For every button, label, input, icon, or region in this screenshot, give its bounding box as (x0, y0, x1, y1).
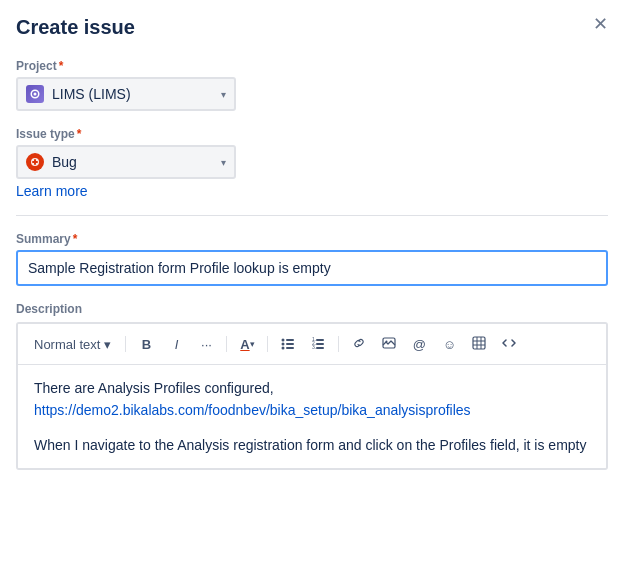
summary-input[interactable] (16, 250, 608, 286)
svg-point-7 (282, 342, 285, 345)
bug-icon (26, 153, 44, 171)
italic-icon: I (175, 337, 179, 352)
project-value: LIMS (LIMS) (52, 86, 131, 102)
description-label: Description (16, 302, 608, 316)
close-button[interactable]: ✕ (588, 12, 612, 36)
toolbar-separator-1 (125, 336, 126, 352)
issue-type-chevron-icon: ▾ (221, 157, 226, 168)
svg-point-1 (34, 93, 37, 96)
project-chevron-icon: ▾ (221, 89, 226, 100)
svg-rect-8 (286, 343, 294, 345)
image-icon (382, 336, 396, 353)
description-field: Description Normal text ▾ B I ··· (16, 302, 608, 470)
issue-type-field: Issue type * Bug ▾ Learn more (16, 127, 608, 199)
svg-point-5 (282, 338, 285, 341)
text-color-icon: A (240, 337, 249, 352)
project-icon (26, 85, 44, 103)
numbered-list-button[interactable]: 1. 2. 3. (304, 330, 332, 358)
text-format-label: Normal text (34, 337, 100, 352)
more-icon: ··· (201, 337, 212, 352)
mention-icon: @ (413, 337, 426, 352)
emoji-button[interactable]: ☺ (435, 330, 463, 358)
issue-type-label: Issue type * (16, 127, 608, 141)
issue-type-select[interactable]: Bug ▾ (16, 145, 236, 179)
bullet-list-button[interactable] (274, 330, 302, 358)
project-label: Project * (16, 59, 608, 73)
description-editor: Normal text ▾ B I ··· A ▾ (16, 322, 608, 470)
table-icon (472, 336, 486, 353)
close-icon: ✕ (593, 13, 608, 35)
numbered-list-icon: 1. 2. 3. (311, 336, 325, 353)
toolbar-separator-3 (267, 336, 268, 352)
svg-rect-4 (32, 161, 38, 163)
page-title: Create issue (16, 16, 608, 39)
mention-button[interactable]: @ (405, 330, 433, 358)
toolbar-separator-2 (226, 336, 227, 352)
text-format-chevron-icon: ▾ (104, 337, 111, 352)
project-field: Project * LIMS (LIMS) ▾ (16, 59, 608, 111)
project-select[interactable]: LIMS (LIMS) ▾ (16, 77, 236, 111)
editor-content[interactable]: There are Analysis Profiles configured, … (18, 365, 606, 468)
summary-label: Summary * (16, 232, 608, 246)
link-button[interactable] (345, 330, 373, 358)
bold-button[interactable]: B (132, 330, 160, 358)
code-button[interactable] (495, 330, 523, 358)
svg-rect-19 (473, 337, 485, 349)
svg-rect-14 (316, 343, 324, 345)
bullet-list-icon (281, 336, 295, 353)
editor-paragraph-2: When I navigate to the Analysis registra… (34, 434, 590, 456)
toolbar-separator-4 (338, 336, 339, 352)
code-icon (502, 336, 516, 353)
issue-type-value: Bug (52, 154, 77, 170)
svg-rect-12 (316, 339, 324, 341)
bold-icon: B (142, 337, 151, 352)
text-color-chevron-icon: ▾ (250, 339, 255, 349)
link-icon (352, 336, 366, 353)
editor-link[interactable]: https://demo2.bikalabs.com/foodnbev/bika… (34, 402, 471, 418)
required-indicator: * (59, 59, 64, 73)
svg-text:3.: 3. (312, 344, 316, 350)
required-indicator-3: * (73, 232, 78, 246)
svg-rect-6 (286, 339, 294, 341)
create-issue-dialog: ✕ Create issue Project * LIMS (LIMS) ▾ I… (0, 0, 624, 470)
text-format-button[interactable]: Normal text ▾ (26, 333, 119, 356)
svg-rect-10 (286, 347, 294, 349)
svg-rect-16 (316, 347, 324, 349)
summary-field: Summary * (16, 232, 608, 286)
svg-point-9 (282, 346, 285, 349)
text-color-button[interactable]: A ▾ (233, 330, 261, 358)
required-indicator-2: * (77, 127, 82, 141)
editor-paragraph-1: There are Analysis Profiles configured, (34, 377, 590, 399)
emoji-icon: ☺ (443, 337, 456, 352)
divider (16, 215, 608, 216)
editor-toolbar: Normal text ▾ B I ··· A ▾ (18, 324, 606, 365)
italic-button[interactable]: I (162, 330, 190, 358)
learn-more-link[interactable]: Learn more (16, 183, 88, 199)
table-button[interactable] (465, 330, 493, 358)
image-button[interactable] (375, 330, 403, 358)
more-button[interactable]: ··· (192, 330, 220, 358)
